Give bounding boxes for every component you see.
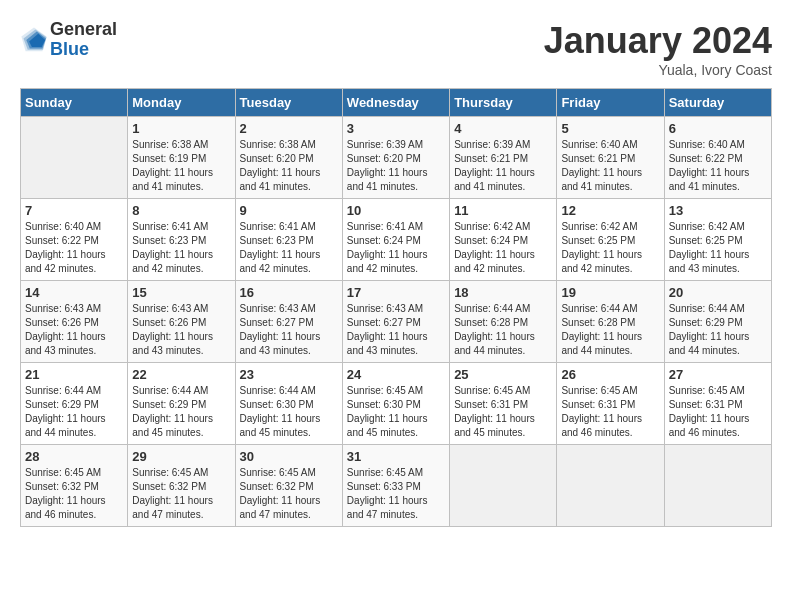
calendar-cell: 18Sunrise: 6:44 AMSunset: 6:28 PMDayligh… (450, 281, 557, 363)
day-info: Sunrise: 6:42 AMSunset: 6:25 PMDaylight:… (561, 220, 659, 276)
day-number: 6 (669, 121, 767, 136)
day-number: 20 (669, 285, 767, 300)
day-info: Sunrise: 6:39 AMSunset: 6:20 PMDaylight:… (347, 138, 445, 194)
day-number: 22 (132, 367, 230, 382)
day-number: 26 (561, 367, 659, 382)
day-info: Sunrise: 6:45 AMSunset: 6:32 PMDaylight:… (25, 466, 123, 522)
day-info: Sunrise: 6:45 AMSunset: 6:30 PMDaylight:… (347, 384, 445, 440)
day-info: Sunrise: 6:44 AMSunset: 6:30 PMDaylight:… (240, 384, 338, 440)
calendar-cell: 8Sunrise: 6:41 AMSunset: 6:23 PMDaylight… (128, 199, 235, 281)
calendar-cell: 25Sunrise: 6:45 AMSunset: 6:31 PMDayligh… (450, 363, 557, 445)
calendar-cell: 20Sunrise: 6:44 AMSunset: 6:29 PMDayligh… (664, 281, 771, 363)
logo-text: General Blue (50, 20, 117, 60)
day-info: Sunrise: 6:44 AMSunset: 6:28 PMDaylight:… (454, 302, 552, 358)
day-info: Sunrise: 6:38 AMSunset: 6:19 PMDaylight:… (132, 138, 230, 194)
calendar-cell: 12Sunrise: 6:42 AMSunset: 6:25 PMDayligh… (557, 199, 664, 281)
day-number: 27 (669, 367, 767, 382)
day-number: 24 (347, 367, 445, 382)
day-info: Sunrise: 6:43 AMSunset: 6:26 PMDaylight:… (132, 302, 230, 358)
day-info: Sunrise: 6:45 AMSunset: 6:32 PMDaylight:… (240, 466, 338, 522)
day-info: Sunrise: 6:40 AMSunset: 6:22 PMDaylight:… (25, 220, 123, 276)
calendar-week-row: 14Sunrise: 6:43 AMSunset: 6:26 PMDayligh… (21, 281, 772, 363)
day-number: 17 (347, 285, 445, 300)
day-info: Sunrise: 6:41 AMSunset: 6:23 PMDaylight:… (132, 220, 230, 276)
calendar-cell: 10Sunrise: 6:41 AMSunset: 6:24 PMDayligh… (342, 199, 449, 281)
day-number: 21 (25, 367, 123, 382)
calendar-cell: 26Sunrise: 6:45 AMSunset: 6:31 PMDayligh… (557, 363, 664, 445)
weekday-header: Tuesday (235, 89, 342, 117)
day-number: 12 (561, 203, 659, 218)
calendar-cell: 2Sunrise: 6:38 AMSunset: 6:20 PMDaylight… (235, 117, 342, 199)
calendar-week-row: 7Sunrise: 6:40 AMSunset: 6:22 PMDaylight… (21, 199, 772, 281)
location-subtitle: Yuala, Ivory Coast (544, 62, 772, 78)
calendar-cell: 11Sunrise: 6:42 AMSunset: 6:24 PMDayligh… (450, 199, 557, 281)
calendar-cell (664, 445, 771, 527)
calendar-week-row: 28Sunrise: 6:45 AMSunset: 6:32 PMDayligh… (21, 445, 772, 527)
day-info: Sunrise: 6:38 AMSunset: 6:20 PMDaylight:… (240, 138, 338, 194)
day-number: 14 (25, 285, 123, 300)
calendar-table: SundayMondayTuesdayWednesdayThursdayFrid… (20, 88, 772, 527)
day-info: Sunrise: 6:45 AMSunset: 6:32 PMDaylight:… (132, 466, 230, 522)
logo: General Blue (20, 20, 117, 60)
calendar-cell: 31Sunrise: 6:45 AMSunset: 6:33 PMDayligh… (342, 445, 449, 527)
day-number: 31 (347, 449, 445, 464)
day-info: Sunrise: 6:41 AMSunset: 6:23 PMDaylight:… (240, 220, 338, 276)
day-number: 2 (240, 121, 338, 136)
calendar-cell: 30Sunrise: 6:45 AMSunset: 6:32 PMDayligh… (235, 445, 342, 527)
calendar-cell: 6Sunrise: 6:40 AMSunset: 6:22 PMDaylight… (664, 117, 771, 199)
day-number: 19 (561, 285, 659, 300)
calendar-cell: 14Sunrise: 6:43 AMSunset: 6:26 PMDayligh… (21, 281, 128, 363)
calendar-cell: 7Sunrise: 6:40 AMSunset: 6:22 PMDaylight… (21, 199, 128, 281)
day-info: Sunrise: 6:45 AMSunset: 6:31 PMDaylight:… (454, 384, 552, 440)
calendar-cell: 29Sunrise: 6:45 AMSunset: 6:32 PMDayligh… (128, 445, 235, 527)
calendar-cell: 27Sunrise: 6:45 AMSunset: 6:31 PMDayligh… (664, 363, 771, 445)
day-info: Sunrise: 6:40 AMSunset: 6:22 PMDaylight:… (669, 138, 767, 194)
day-info: Sunrise: 6:44 AMSunset: 6:29 PMDaylight:… (132, 384, 230, 440)
calendar-cell: 9Sunrise: 6:41 AMSunset: 6:23 PMDaylight… (235, 199, 342, 281)
day-number: 15 (132, 285, 230, 300)
day-info: Sunrise: 6:44 AMSunset: 6:29 PMDaylight:… (25, 384, 123, 440)
calendar-week-row: 1Sunrise: 6:38 AMSunset: 6:19 PMDaylight… (21, 117, 772, 199)
day-number: 13 (669, 203, 767, 218)
day-number: 5 (561, 121, 659, 136)
logo-icon (20, 26, 48, 54)
weekday-header-row: SundayMondayTuesdayWednesdayThursdayFrid… (21, 89, 772, 117)
day-info: Sunrise: 6:43 AMSunset: 6:27 PMDaylight:… (347, 302, 445, 358)
calendar-cell (21, 117, 128, 199)
calendar-week-row: 21Sunrise: 6:44 AMSunset: 6:29 PMDayligh… (21, 363, 772, 445)
logo-general: General (50, 19, 117, 39)
weekday-header: Monday (128, 89, 235, 117)
calendar-cell (557, 445, 664, 527)
calendar-cell: 24Sunrise: 6:45 AMSunset: 6:30 PMDayligh… (342, 363, 449, 445)
calendar-cell: 1Sunrise: 6:38 AMSunset: 6:19 PMDaylight… (128, 117, 235, 199)
day-number: 16 (240, 285, 338, 300)
calendar-cell: 21Sunrise: 6:44 AMSunset: 6:29 PMDayligh… (21, 363, 128, 445)
day-info: Sunrise: 6:45 AMSunset: 6:31 PMDaylight:… (561, 384, 659, 440)
calendar-cell: 17Sunrise: 6:43 AMSunset: 6:27 PMDayligh… (342, 281, 449, 363)
calendar-cell: 19Sunrise: 6:44 AMSunset: 6:28 PMDayligh… (557, 281, 664, 363)
calendar-cell: 5Sunrise: 6:40 AMSunset: 6:21 PMDaylight… (557, 117, 664, 199)
weekday-header: Wednesday (342, 89, 449, 117)
day-number: 10 (347, 203, 445, 218)
day-number: 1 (132, 121, 230, 136)
weekday-header: Thursday (450, 89, 557, 117)
day-number: 23 (240, 367, 338, 382)
calendar-cell (450, 445, 557, 527)
day-number: 8 (132, 203, 230, 218)
weekday-header: Sunday (21, 89, 128, 117)
day-info: Sunrise: 6:44 AMSunset: 6:29 PMDaylight:… (669, 302, 767, 358)
day-info: Sunrise: 6:43 AMSunset: 6:27 PMDaylight:… (240, 302, 338, 358)
day-number: 11 (454, 203, 552, 218)
day-number: 4 (454, 121, 552, 136)
calendar-cell: 3Sunrise: 6:39 AMSunset: 6:20 PMDaylight… (342, 117, 449, 199)
day-info: Sunrise: 6:44 AMSunset: 6:28 PMDaylight:… (561, 302, 659, 358)
day-info: Sunrise: 6:41 AMSunset: 6:24 PMDaylight:… (347, 220, 445, 276)
day-info: Sunrise: 6:42 AMSunset: 6:24 PMDaylight:… (454, 220, 552, 276)
day-info: Sunrise: 6:39 AMSunset: 6:21 PMDaylight:… (454, 138, 552, 194)
calendar-cell: 16Sunrise: 6:43 AMSunset: 6:27 PMDayligh… (235, 281, 342, 363)
weekday-header: Friday (557, 89, 664, 117)
day-number: 25 (454, 367, 552, 382)
calendar-cell: 4Sunrise: 6:39 AMSunset: 6:21 PMDaylight… (450, 117, 557, 199)
day-number: 18 (454, 285, 552, 300)
day-number: 28 (25, 449, 123, 464)
